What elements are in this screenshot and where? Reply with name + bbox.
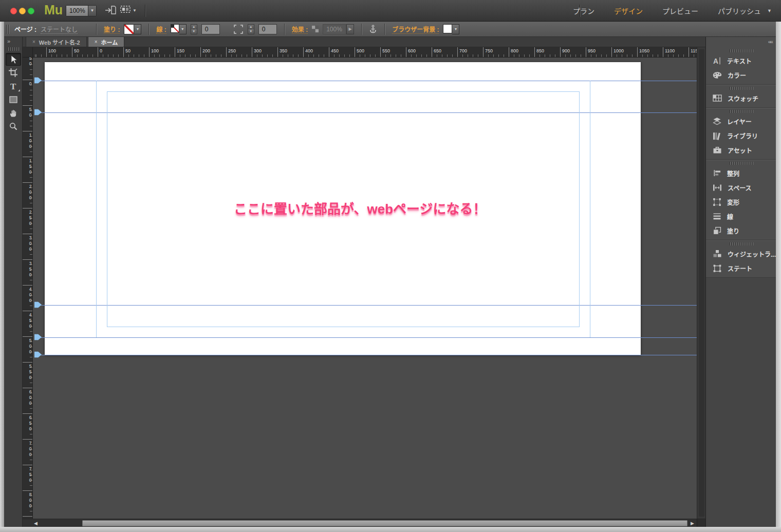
design-canvas[interactable]: ここに置いた部品が、webページになる！ <box>33 58 697 519</box>
panel-item-label: スウォッチ <box>728 94 758 103</box>
h-ruler-tick-label: 100 <box>149 47 159 58</box>
guide-top-of-page[interactable] <box>40 81 697 81</box>
corner-radius-stepper[interactable]: ▲ ▼ <box>248 24 254 34</box>
effects-label[interactable]: 効果 : <box>292 25 308 34</box>
panel-item-スウォッチ[interactable]: スウォッチ <box>706 91 776 105</box>
plan-view-icon[interactable]: ▼ <box>120 6 137 15</box>
browser-bg-dropdown-arrow-icon[interactable]: ▼ <box>452 24 459 34</box>
panel-item-ウィジェットラ...[interactable]: ウィジェットラ... <box>706 246 776 261</box>
stepper-down-icon[interactable]: ▼ <box>191 29 197 34</box>
library-icon <box>713 131 721 140</box>
corner-radius-field[interactable]: 0 <box>258 24 277 34</box>
stepper-down-icon[interactable]: ▼ <box>248 29 254 34</box>
guide-handle[interactable] <box>34 301 42 308</box>
panel-item-線[interactable]: 線 <box>706 209 776 223</box>
guide-left-margin[interactable] <box>96 81 97 337</box>
mode-publish[interactable]: パブリッシュ <box>718 6 761 16</box>
anchor-icon[interactable] <box>369 25 377 34</box>
publish-dropdown-arrow-icon[interactable]: ▼ <box>767 8 772 13</box>
stroke-weight-stepper[interactable]: ▲ ▼ <box>191 24 197 34</box>
tool-strip-grip[interactable] <box>8 47 19 51</box>
strip-expand-icon[interactable]: » <box>4 37 22 44</box>
selection-tool[interactable] <box>6 53 21 66</box>
effects-expand-icon: ▶ <box>346 24 354 34</box>
toolbar-separator <box>145 5 145 17</box>
v-ruler-tick-label: 100 <box>23 131 33 149</box>
vertical-scrollbar[interactable] <box>697 47 705 519</box>
scroll-left-arrow-icon[interactable]: ◀ <box>34 519 38 527</box>
plan-dropdown-arrow-icon[interactable]: ▼ <box>133 8 137 13</box>
tab-close-icon[interactable]: × <box>95 39 98 45</box>
panel-group-grip[interactable] <box>730 242 753 245</box>
mode-preview[interactable]: プレビュー <box>662 6 698 16</box>
panel-item-スペース[interactable]: スペース <box>706 180 776 195</box>
panel-item-塗り[interactable]: 塗り <box>706 223 776 238</box>
panel-item-アセット[interactable]: アセット <box>706 143 776 157</box>
guide-handle[interactable] <box>34 334 42 340</box>
panel-item-カラー[interactable]: カラー <box>706 68 776 82</box>
panel-item-ライブラリ[interactable]: ライブラリ <box>706 128 776 143</box>
v-ruler-tick-label: 750 <box>23 465 33 483</box>
stepper-up-icon[interactable]: ▲ <box>191 25 197 29</box>
control-bar-grip[interactable] <box>6 25 10 34</box>
tab-site[interactable]: × Web サイト名-2 <box>26 36 87 47</box>
panel-group: 整列スペース変形線塗り <box>706 162 776 240</box>
mode-design[interactable]: デザイン <box>614 6 643 16</box>
guide-handle[interactable] <box>34 351 42 358</box>
browser-bg-swatch[interactable] <box>443 24 452 33</box>
panel-collapse-icon[interactable]: «« <box>768 39 772 45</box>
guide-bottom-of-page[interactable] <box>40 355 697 355</box>
panel-item-レイヤー[interactable]: レイヤー <box>706 114 776 128</box>
mode-plan[interactable]: プラン <box>573 6 594 16</box>
tab-close-icon[interactable]: × <box>32 39 35 45</box>
zoom-level-control[interactable]: 100% ▼ <box>66 5 97 16</box>
zoom-tool[interactable] <box>6 120 21 132</box>
guide-bottom-of-browser[interactable] <box>40 337 697 338</box>
panel-group-grip[interactable] <box>730 87 753 90</box>
panel-item-ステート[interactable]: ステート <box>706 261 776 275</box>
separator <box>384 24 385 35</box>
panel-item-変形[interactable]: 変形 <box>706 195 776 209</box>
panel-item-label: 塗り <box>727 226 739 235</box>
stroke-weight-field[interactable]: 0 <box>201 24 220 34</box>
fill-dropdown-arrow-icon[interactable]: ▼ <box>134 24 141 34</box>
panel-item-整列[interactable]: 整列 <box>706 166 776 180</box>
guide-handle[interactable] <box>34 77 42 84</box>
zoom-dropdown-arrow-icon[interactable]: ▼ <box>88 6 96 16</box>
horizontal-ruler[interactable]: 1005005010015020025030035040045050055060… <box>33 47 697 58</box>
horizontal-scrollbar[interactable]: ◀ ▶ <box>23 519 705 527</box>
scroll-right-arrow-icon[interactable]: ▶ <box>691 519 694 527</box>
stroke-label[interactable]: 線 : <box>156 25 166 34</box>
panel-group-grip[interactable] <box>730 110 753 113</box>
vertical-ruler[interactable]: 5005010015020025030035040045050055060065… <box>23 58 33 519</box>
rectangle-tool[interactable] <box>6 93 21 106</box>
panel-item-テキスト[interactable]: Aテキスト <box>706 53 776 68</box>
stepper-up-icon[interactable]: ▲ <box>248 25 254 29</box>
v-ruler-tick-label: 350 <box>23 259 33 278</box>
hand-tool[interactable] <box>6 106 21 119</box>
fill-color-swatch[interactable] <box>124 24 134 34</box>
window-minimize-button[interactable] <box>19 8 26 14</box>
stroke-dropdown-arrow-icon[interactable]: ▼ <box>179 24 187 34</box>
panel-group-grip[interactable] <box>730 162 753 165</box>
muse-logo: Mu <box>44 3 63 17</box>
h-ruler-tick-label: 950 <box>586 47 596 58</box>
window-zoom-button[interactable] <box>28 8 34 14</box>
place-file-icon[interactable] <box>105 6 116 17</box>
text-tool[interactable]: T <box>6 80 21 92</box>
guide-right-margin[interactable] <box>590 81 590 337</box>
panel-group-grip[interactable] <box>730 49 753 52</box>
page-state-value[interactable]: ステートなし <box>41 25 78 34</box>
corner-radius-icon[interactable] <box>233 24 244 34</box>
horizontal-scroll-thumb[interactable] <box>82 520 687 526</box>
browser-bg-label[interactable]: ブラウザー背景 : <box>392 25 439 34</box>
guide-handle[interactable] <box>34 109 42 116</box>
crop-tool[interactable] <box>6 66 21 79</box>
tab-home[interactable]: × ホーム <box>88 36 125 47</box>
panel-group: レイヤーライブラリアセット <box>706 110 776 160</box>
fill-label[interactable]: 塗り : <box>104 25 120 34</box>
window-close-button[interactable] <box>10 8 17 14</box>
zoom-tool-icon <box>9 122 18 131</box>
stroke-color-swatch[interactable] <box>171 24 179 33</box>
v-ruler-tick-label: 250 <box>23 208 33 226</box>
